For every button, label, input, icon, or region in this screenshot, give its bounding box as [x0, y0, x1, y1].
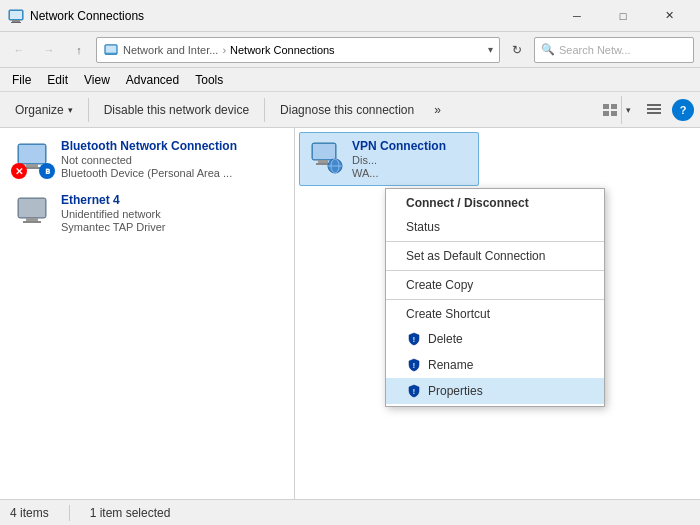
title-bar-controls: ─ □ ✕ [554, 0, 692, 32]
search-placeholder: Search Netw... [559, 44, 631, 56]
rename-shield-icon: ! [406, 357, 422, 373]
details-view-button[interactable] [640, 96, 668, 124]
organize-button[interactable]: Organize ▾ [6, 96, 82, 124]
svg-rect-22 [313, 144, 335, 159]
title-bar: Network Connections ─ □ ✕ [0, 0, 700, 32]
ctx-delete[interactable]: ! Delete [386, 326, 604, 352]
ethernet-connection-icon [13, 193, 53, 233]
ctx-separator-1 [386, 241, 604, 242]
delete-label: Delete [428, 332, 463, 346]
path-separator: › [222, 44, 226, 56]
menu-tools[interactable]: Tools [187, 69, 231, 91]
svg-rect-18 [19, 199, 45, 217]
forward-button[interactable]: → [36, 37, 62, 63]
set-default-label: Set as Default Connection [406, 249, 545, 263]
disable-label: Disable this network device [104, 103, 249, 117]
address-bar: ← → ↑ Network and Inter... › Network Con… [0, 32, 700, 68]
vpn-connection-icon [308, 139, 344, 175]
bluetooth-connection-icon: ✕ ʙ [13, 139, 53, 179]
vpn-network-info: VPN Connection Dis... WA... [352, 139, 470, 179]
toolbar-right: ▾ ? [598, 96, 694, 124]
up-button[interactable]: ↑ [66, 37, 92, 63]
path-icon [103, 42, 119, 58]
menu-file[interactable]: File [4, 69, 39, 91]
back-button[interactable]: ← [6, 37, 32, 63]
address-path[interactable]: Network and Inter... › Network Connectio… [96, 37, 500, 63]
ethernet-network-name: Ethernet 4 [61, 193, 281, 207]
error-badge: ✕ [11, 163, 27, 179]
right-area: VPN Connection Dis... WA... Connect / Di… [295, 128, 700, 499]
more-label: » [434, 103, 441, 117]
ctx-separator-2 [386, 270, 604, 271]
network-list: ✕ ʙ Bluetooth Network Connection Not con… [0, 128, 295, 499]
toolbar: Organize ▾ Disable this network device D… [0, 92, 700, 128]
vpn-connection-item[interactable]: VPN Connection Dis... WA... [299, 132, 479, 186]
bluetooth-badge: ʙ [39, 163, 55, 179]
title-bar-title: Network Connections [30, 9, 554, 23]
svg-rect-3 [10, 11, 22, 19]
disable-button[interactable]: Disable this network device [95, 96, 258, 124]
ctx-set-default[interactable]: Set as Default Connection [386, 244, 604, 268]
diagnose-label: Diagnose this connection [280, 103, 414, 117]
svg-rect-23 [318, 160, 328, 163]
toolbar-separator-1 [88, 98, 89, 122]
menu-advanced[interactable]: Advanced [118, 69, 187, 91]
svg-rect-12 [647, 112, 661, 114]
bluetooth-network-info: Bluetooth Network Connection Not connect… [61, 139, 281, 179]
svg-text:!: ! [413, 362, 415, 369]
ctx-separator-3 [386, 299, 604, 300]
more-button[interactable]: » [425, 96, 450, 124]
bluetooth-network-detail: Bluetooth Device (Personal Area ... [61, 167, 281, 179]
vpn-network-name: VPN Connection [352, 139, 470, 153]
svg-rect-9 [611, 111, 617, 116]
svg-rect-15 [26, 164, 38, 167]
close-button[interactable]: ✕ [646, 0, 692, 32]
path-dropdown[interactable]: ▾ [488, 44, 493, 55]
connect-disconnect-label: Connect / Disconnect [406, 196, 529, 210]
minimize-button[interactable]: ─ [554, 0, 600, 32]
status-label: Status [406, 220, 440, 234]
main-content: ✕ ʙ Bluetooth Network Connection Not con… [0, 128, 700, 499]
help-button[interactable]: ? [672, 99, 694, 121]
properties-shield-icon: ! [406, 383, 422, 399]
view-chevron: ▾ [621, 96, 635, 124]
context-menu: Connect / Disconnect Status Set as Defau… [385, 188, 605, 407]
organize-chevron: ▾ [68, 105, 73, 115]
search-box[interactable]: 🔍 Search Netw... [534, 37, 694, 63]
svg-rect-11 [647, 108, 661, 110]
menu-edit[interactable]: Edit [39, 69, 76, 91]
svg-rect-8 [603, 111, 609, 116]
svg-rect-2 [11, 22, 21, 23]
status-separator [69, 505, 70, 521]
ethernet-network-info: Ethernet 4 Unidentified network Symantec… [61, 193, 281, 233]
view-dropdown[interactable]: ▾ [598, 96, 636, 124]
svg-rect-10 [647, 104, 661, 106]
refresh-button[interactable]: ↻ [504, 37, 530, 63]
rename-label: Rename [428, 358, 473, 372]
title-bar-icon [8, 8, 24, 24]
organize-label: Organize [15, 103, 64, 117]
ctx-connect-disconnect[interactable]: Connect / Disconnect [386, 191, 604, 215]
selected-count: 1 item selected [90, 506, 171, 520]
svg-rect-19 [26, 218, 38, 221]
svg-text:!: ! [413, 388, 415, 395]
svg-rect-20 [23, 221, 41, 223]
diagnose-button[interactable]: Diagnose this connection [271, 96, 423, 124]
ctx-create-shortcut[interactable]: Create Shortcut [386, 302, 604, 326]
bluetooth-network-name: Bluetooth Network Connection [61, 139, 281, 153]
svg-text:!: ! [413, 336, 415, 343]
ctx-create-copy[interactable]: Create Copy [386, 273, 604, 297]
path-prefix: Network and Inter... [123, 44, 218, 56]
create-shortcut-label: Create Shortcut [406, 307, 490, 321]
ctx-status[interactable]: Status [386, 215, 604, 239]
maximize-button[interactable]: □ [600, 0, 646, 32]
ctx-rename[interactable]: ! Rename [386, 352, 604, 378]
toolbar-separator-2 [264, 98, 265, 122]
list-item[interactable]: Ethernet 4 Unidentified network Symantec… [4, 186, 290, 240]
item-count: 4 items [10, 506, 49, 520]
properties-label: Properties [428, 384, 483, 398]
ctx-properties[interactable]: ! Properties [386, 378, 604, 404]
create-copy-label: Create Copy [406, 278, 473, 292]
menu-view[interactable]: View [76, 69, 118, 91]
list-item[interactable]: ✕ ʙ Bluetooth Network Connection Not con… [4, 132, 290, 186]
